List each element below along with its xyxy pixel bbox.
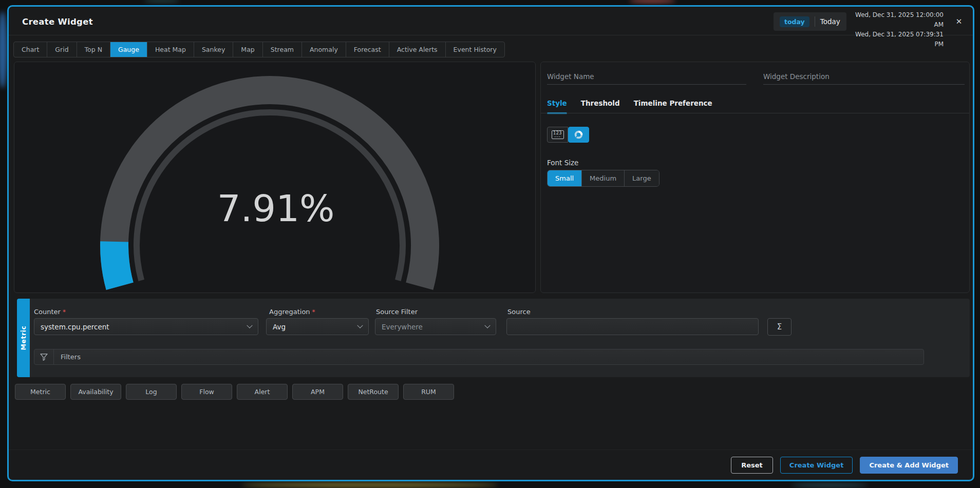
filter-funnel-icon bbox=[34, 349, 54, 364]
counter-label: Counter* bbox=[34, 308, 66, 316]
date-start: Wed, Dec 31, 2025 12:00:00 AM bbox=[846, 10, 944, 30]
source-type-button-alert[interactable]: Alert bbox=[237, 384, 288, 400]
source-type-button-rum[interactable]: RUM bbox=[403, 384, 454, 400]
time-chip-today[interactable]: today bbox=[780, 16, 809, 27]
metric-source-tab-vertical[interactable]: Metric bbox=[17, 299, 30, 377]
time-range-label: Today bbox=[820, 17, 840, 26]
create-and-add-widget-button[interactable]: Create & Add Widget bbox=[860, 457, 958, 474]
font-size-label: Font Size bbox=[547, 159, 578, 167]
number-display-icon: 123 --- bbox=[552, 130, 564, 139]
reset-button[interactable]: Reset bbox=[731, 457, 773, 474]
widget-tab-forecast[interactable]: Forecast bbox=[346, 42, 389, 57]
footer-actions: Reset Create Widget Create & Add Widget bbox=[731, 457, 958, 474]
font-size-button-small[interactable]: Small bbox=[548, 170, 581, 186]
settings-tab-style[interactable]: Style bbox=[547, 99, 567, 114]
time-range-dates: Wed, Dec 31, 2025 12:00:00 AM Wed, Dec 3… bbox=[846, 10, 944, 49]
required-marker: * bbox=[63, 308, 66, 316]
dialog-title: Create Widget bbox=[22, 17, 93, 27]
gauge-preview-panel: 7.91% bbox=[14, 62, 536, 293]
background-glow-bottom-yellow bbox=[241, 483, 498, 487]
source-type-button-netroute[interactable]: NetRoute bbox=[348, 384, 399, 400]
gauge-chart: 7.91% bbox=[14, 62, 535, 292]
display-mode-group: 123 --- bbox=[547, 127, 589, 143]
widget-tab-stream[interactable]: Stream bbox=[262, 42, 301, 57]
filters-label: Filters bbox=[61, 353, 81, 361]
widget-tab-anomaly[interactable]: Anomaly bbox=[301, 42, 346, 57]
widget-tab-gauge[interactable]: Gauge bbox=[110, 42, 147, 57]
background-glow-left bbox=[0, 11, 7, 88]
widget-tab-sankey[interactable]: Sankey bbox=[194, 42, 233, 57]
widget-tab-active-alerts[interactable]: Active Alerts bbox=[389, 42, 445, 57]
sigma-expression-button[interactable]: Σ bbox=[767, 318, 791, 336]
widget-name-input[interactable] bbox=[547, 68, 746, 85]
sigma-icon: Σ bbox=[777, 322, 782, 331]
background-glow-top-teal bbox=[144, 0, 180, 3]
widget-tab-event-history[interactable]: Event History bbox=[445, 42, 504, 57]
header-divider bbox=[9, 35, 973, 35]
source-filter-select[interactable]: Everywhere bbox=[375, 318, 496, 335]
gauge-display-mode-button[interactable] bbox=[568, 127, 589, 143]
settings-tabs-divider bbox=[541, 113, 969, 113]
metric-form-panel bbox=[30, 299, 970, 377]
font-size-button-medium[interactable]: Medium bbox=[581, 170, 624, 186]
close-icon[interactable]: ✕ bbox=[953, 15, 965, 28]
date-end: Wed, Dec 31, 2025 07:39:31 PM bbox=[846, 30, 944, 49]
background-glow-bottom-right bbox=[791, 483, 868, 487]
settings-tab-timeline-preference[interactable]: Timeline Preference bbox=[634, 99, 712, 114]
background-glow-top-red bbox=[629, 0, 675, 3]
filters-bar[interactable]: Filters bbox=[34, 349, 924, 365]
gauge-value-text: 7.91% bbox=[217, 187, 335, 230]
widget-tab-heat-map[interactable]: Heat Map bbox=[147, 42, 194, 57]
widget-tab-grid[interactable]: Grid bbox=[47, 42, 76, 57]
widget-settings-panel: StyleThresholdTimeline Preference 123 --… bbox=[540, 62, 970, 293]
counter-select[interactable]: system.cpu.percent bbox=[34, 318, 258, 335]
create-widget-button[interactable]: Create Widget bbox=[780, 457, 853, 474]
number-display-mode-button[interactable]: 123 --- bbox=[547, 127, 568, 143]
time-separator bbox=[815, 16, 815, 27]
chevron-down-icon bbox=[247, 322, 252, 328]
widget-tab-top-n[interactable]: Top N bbox=[77, 42, 110, 57]
source-type-buttons: MetricAvailabilityLogFlowAlertAPMNetRout… bbox=[15, 384, 454, 400]
gauge-display-icon bbox=[574, 130, 583, 140]
chevron-down-icon bbox=[484, 322, 490, 328]
source-label: Source bbox=[507, 308, 531, 316]
widget-type-tabs: ChartGridTop NGaugeHeat MapSankeyMapStre… bbox=[13, 42, 505, 57]
create-widget-dialog: Create Widget today Today Wed, Dec 31, 2… bbox=[7, 5, 974, 481]
font-size-group: SmallMediumLarge bbox=[547, 170, 659, 187]
source-filter-label: Source Filter bbox=[376, 308, 418, 316]
source-type-button-metric[interactable]: Metric bbox=[15, 384, 66, 400]
source-type-button-availability[interactable]: Availability bbox=[70, 384, 121, 400]
aggregation-select[interactable]: Avg bbox=[266, 318, 369, 335]
font-size-button-large[interactable]: Large bbox=[624, 170, 659, 186]
source-type-button-log[interactable]: Log bbox=[126, 384, 177, 400]
widget-tab-chart[interactable]: Chart bbox=[14, 42, 47, 57]
source-type-button-apm[interactable]: APM bbox=[292, 384, 343, 400]
chevron-down-icon bbox=[357, 322, 363, 328]
time-range-selector[interactable]: today Today bbox=[774, 12, 846, 31]
required-marker: * bbox=[312, 308, 315, 316]
footer-divider bbox=[9, 450, 973, 450]
settings-tab-threshold[interactable]: Threshold bbox=[581, 99, 620, 114]
settings-tabs: StyleThresholdTimeline Preference bbox=[547, 99, 712, 114]
widget-tab-map[interactable]: Map bbox=[233, 42, 262, 57]
widget-description-input[interactable] bbox=[763, 68, 965, 85]
source-input[interactable] bbox=[506, 318, 759, 335]
source-type-button-flow[interactable]: Flow bbox=[181, 384, 232, 400]
aggregation-label: Aggregation* bbox=[269, 308, 315, 316]
